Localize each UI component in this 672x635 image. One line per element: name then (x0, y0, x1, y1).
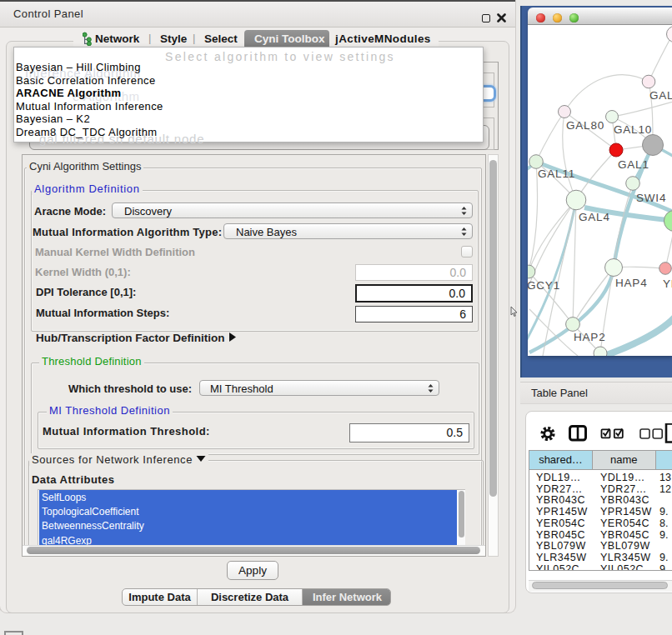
svg-text:GAL7: GAL7 (649, 89, 672, 102)
svg-text:HAP2: HAP2 (574, 331, 605, 343)
svg-text:GAL80: GAL80 (566, 119, 604, 132)
svg-text:SWI4: SWI4 (636, 192, 666, 204)
svg-text:GCY1: GCY1 (528, 279, 560, 292)
svg-text:GAL11: GAL11 (538, 168, 575, 180)
svg-text:GAL4: GAL4 (579, 211, 610, 223)
svg-text:GAL1: GAL1 (618, 158, 649, 171)
svg-text:GAL10: GAL10 (614, 123, 652, 136)
svg-text:YM: YM (663, 278, 672, 290)
svg-text:HAP4: HAP4 (615, 277, 647, 289)
